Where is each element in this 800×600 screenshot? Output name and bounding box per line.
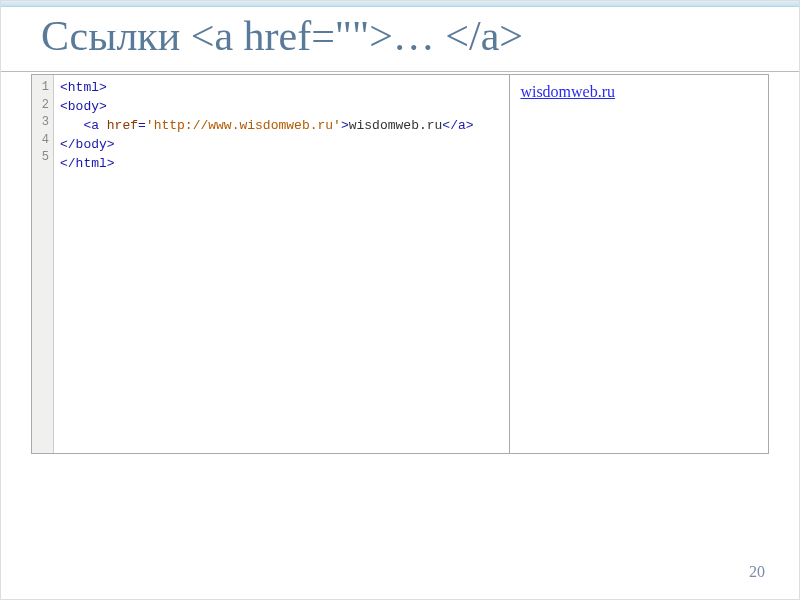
accent-line bbox=[1, 1, 799, 7]
indent bbox=[60, 118, 83, 133]
content-area: 1 2 3 4 5 <html> <body> <a href='http://… bbox=[31, 74, 769, 454]
quote-open: ' bbox=[146, 118, 154, 133]
preview-link[interactable]: wisdomweb.ru bbox=[520, 83, 615, 100]
eq: = bbox=[138, 118, 146, 133]
line-number: 2 bbox=[42, 98, 49, 112]
line-number: 1 bbox=[42, 80, 49, 94]
tag-html-close: </html> bbox=[60, 156, 115, 171]
line-number: 3 bbox=[42, 115, 49, 129]
tag-body-close: </body> bbox=[60, 137, 115, 152]
tag-close-angle: > bbox=[341, 118, 349, 133]
preview-pane: wisdomweb.ru bbox=[510, 75, 768, 453]
href-url: http://www.wisdomweb.ru bbox=[154, 118, 333, 133]
page-number: 20 bbox=[749, 563, 765, 581]
line-gutter: 1 2 3 4 5 bbox=[32, 75, 54, 453]
quote-close: ' bbox=[333, 118, 341, 133]
code-pane: 1 2 3 4 5 <html> <body> <a href='http://… bbox=[32, 75, 510, 453]
line-number: 5 bbox=[42, 150, 49, 164]
tag-a-close: </a> bbox=[442, 118, 473, 133]
slide: Ссылки <a href="">… </a> 1 2 3 4 5 <html… bbox=[0, 0, 800, 600]
tag-a-open: <a bbox=[83, 118, 106, 133]
code-block: <html> <body> <a href='http://www.wisdom… bbox=[54, 75, 509, 453]
anchor-text: wisdomweb.ru bbox=[349, 118, 443, 133]
line-number: 4 bbox=[42, 133, 49, 147]
attr-href: href bbox=[107, 118, 138, 133]
tag-html-open: <html> bbox=[60, 80, 107, 95]
slide-title: Ссылки <a href="">… </a> bbox=[1, 1, 799, 72]
tag-body-open: <body> bbox=[60, 99, 107, 114]
